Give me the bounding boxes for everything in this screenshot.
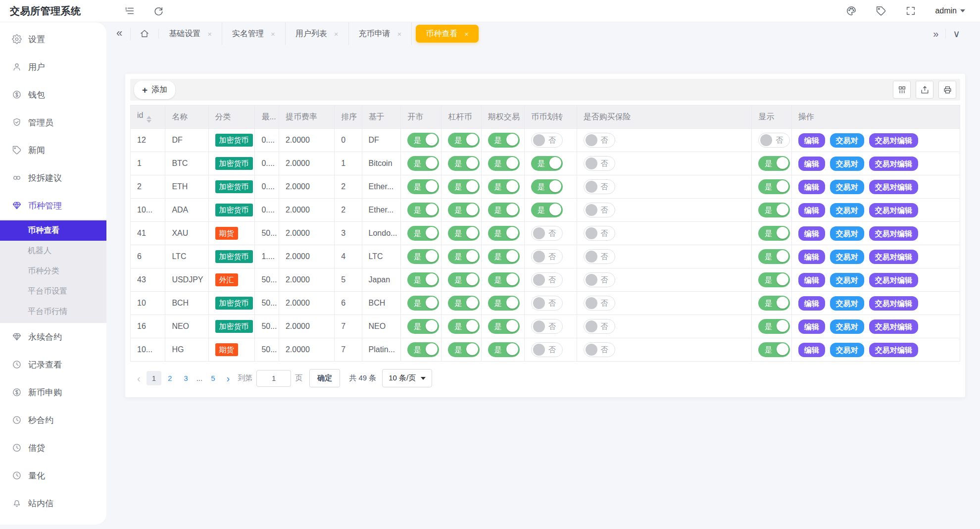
trade-pair-button[interactable]: 交易对 [830, 319, 864, 334]
open-toggle[interactable]: 是 [407, 272, 439, 287]
column-header-id[interactable]: id [131, 106, 165, 129]
confirm-page-button[interactable]: 确定 [309, 369, 340, 387]
sidebar-item-记录查看[interactable]: 记录查看 [0, 351, 106, 378]
show-toggle[interactable]: 是 [758, 203, 790, 217]
page-number-5[interactable]: 5 [205, 371, 220, 385]
prev-page-icon[interactable]: ‹ [133, 373, 145, 383]
trade-pair-edit-button[interactable]: 交易对编辑 [869, 180, 918, 194]
open-toggle[interactable]: 是 [407, 179, 439, 194]
open-toggle[interactable]: 是 [407, 203, 439, 217]
option-toggle[interactable]: 是 [488, 272, 520, 287]
trade-pair-edit-button[interactable]: 交易对编辑 [869, 319, 918, 334]
sidebar-item-设置[interactable]: 设置 [0, 25, 106, 53]
transfer-toggle[interactable]: 是 [531, 179, 563, 194]
tab-充币申请[interactable]: 充币申请× [349, 22, 412, 45]
sidebar-subitem-平台币设置[interactable]: 平台币设置 [0, 281, 106, 302]
open-toggle[interactable]: 是 [407, 226, 439, 241]
open-toggle[interactable]: 是 [407, 296, 439, 311]
edit-button[interactable]: 编辑 [798, 203, 825, 217]
option-toggle[interactable]: 是 [488, 342, 520, 357]
tabs-dropdown-icon[interactable]: ∨ [946, 29, 967, 39]
print-button[interactable] [938, 81, 956, 99]
sidebar-item-币种管理[interactable]: 币种管理 [0, 192, 106, 219]
show-toggle[interactable]: 是 [758, 226, 790, 241]
option-toggle[interactable]: 是 [488, 249, 520, 264]
trade-pair-button[interactable]: 交易对 [830, 250, 864, 264]
tab-基础设置[interactable]: 基础设置× [159, 22, 222, 45]
show-toggle[interactable]: 是 [758, 249, 790, 264]
page-size-select[interactable]: 10 条/页 [382, 369, 432, 387]
transfer-toggle[interactable]: 否 [531, 133, 563, 148]
show-toggle[interactable]: 是 [758, 179, 790, 194]
show-toggle[interactable]: 是 [758, 319, 790, 334]
lever-toggle[interactable]: 是 [448, 133, 480, 148]
page-number-2[interactable]: 2 [162, 371, 177, 385]
lever-toggle[interactable]: 是 [448, 179, 480, 194]
insurance-toggle[interactable]: 否 [584, 272, 615, 287]
insurance-toggle[interactable]: 否 [584, 179, 615, 194]
edit-button[interactable]: 编辑 [798, 226, 825, 241]
fullscreen-icon[interactable] [905, 5, 916, 17]
option-toggle[interactable]: 是 [488, 179, 520, 194]
refresh-icon[interactable] [153, 5, 164, 17]
open-toggle[interactable]: 是 [407, 319, 439, 334]
lever-toggle[interactable]: 是 [448, 296, 480, 311]
lever-toggle[interactable]: 是 [448, 272, 480, 287]
sidebar-item-永续合约[interactable]: 永续合约 [0, 323, 106, 351]
option-toggle[interactable]: 是 [488, 156, 520, 171]
edit-button[interactable]: 编辑 [798, 180, 825, 194]
insurance-toggle[interactable]: 否 [584, 226, 615, 241]
sidebar-item-站内信[interactable]: 站内信 [0, 489, 106, 517]
lever-toggle[interactable]: 是 [448, 319, 480, 334]
sidebar-item-量化[interactable]: 量化 [0, 462, 106, 489]
show-toggle[interactable]: 是 [758, 272, 790, 287]
insurance-toggle[interactable]: 否 [584, 133, 615, 148]
sort-icon[interactable] [147, 116, 151, 123]
option-toggle[interactable]: 是 [488, 296, 520, 311]
columns-setting-button[interactable] [893, 81, 911, 99]
transfer-toggle[interactable]: 否 [531, 319, 563, 334]
sidebar-subitem-币种查看[interactable]: 币种查看 [0, 220, 106, 241]
transfer-toggle[interactable]: 否 [531, 296, 563, 311]
tabs-collapse-icon[interactable]: « [116, 28, 131, 40]
open-toggle[interactable]: 是 [407, 249, 439, 264]
user-menu[interactable]: admin [935, 6, 965, 15]
goto-page-input[interactable] [256, 370, 291, 387]
edit-button[interactable]: 编辑 [798, 296, 825, 311]
trade-pair-edit-button[interactable]: 交易对编辑 [869, 250, 918, 264]
sidebar-item-管理员[interactable]: 管理员 [0, 108, 106, 136]
sidebar-subitem-平台币行情[interactable]: 平台币行情 [0, 302, 106, 322]
trade-pair-button[interactable]: 交易对 [830, 343, 864, 357]
close-icon[interactable]: × [271, 30, 275, 38]
trade-pair-button[interactable]: 交易对 [830, 273, 864, 287]
sidebar-subitem-机器人[interactable]: 机器人 [0, 241, 106, 261]
show-toggle[interactable]: 是 [758, 296, 790, 311]
trade-pair-button[interactable]: 交易对 [830, 133, 864, 148]
tab-实名管理[interactable]: 实名管理× [222, 22, 286, 45]
sidebar-item-用户[interactable]: 用户 [0, 53, 106, 81]
open-toggle[interactable]: 是 [407, 342, 439, 357]
close-icon[interactable]: × [464, 30, 469, 38]
insurance-toggle[interactable]: 否 [584, 156, 615, 171]
sidebar-item-新闻[interactable]: 新闻 [0, 136, 106, 164]
tag-icon[interactable] [876, 5, 886, 17]
trade-pair-edit-button[interactable]: 交易对编辑 [869, 343, 918, 357]
show-toggle[interactable]: 是 [758, 342, 790, 357]
home-tab-icon[interactable] [131, 29, 159, 39]
transfer-toggle[interactable]: 否 [531, 272, 563, 287]
sidebar-item-新币申购[interactable]: 新币申购 [0, 378, 106, 406]
trade-pair-edit-button[interactable]: 交易对编辑 [869, 203, 918, 217]
trade-pair-edit-button[interactable]: 交易对编辑 [869, 273, 918, 287]
insurance-toggle[interactable]: 否 [584, 296, 615, 311]
transfer-toggle[interactable]: 是 [531, 156, 563, 171]
menu-fold-icon[interactable] [124, 5, 135, 17]
option-toggle[interactable]: 是 [488, 203, 520, 217]
trade-pair-button[interactable]: 交易对 [830, 296, 864, 311]
lever-toggle[interactable]: 是 [448, 226, 480, 241]
lever-toggle[interactable]: 是 [448, 342, 480, 357]
edit-button[interactable]: 编辑 [798, 250, 825, 264]
close-icon[interactable]: × [207, 30, 212, 38]
option-toggle[interactable]: 是 [488, 226, 520, 241]
trade-pair-edit-button[interactable]: 交易对编辑 [869, 226, 918, 241]
transfer-toggle[interactable]: 否 [531, 249, 563, 264]
